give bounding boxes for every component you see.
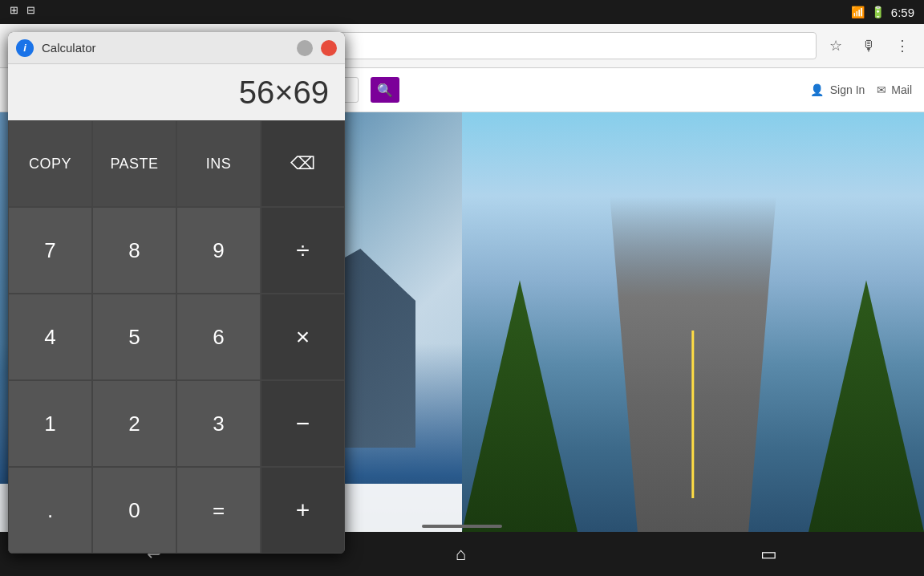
calculator-display: 56×69 bbox=[8, 64, 345, 120]
btn-8[interactable]: 8 bbox=[92, 207, 176, 294]
btn-equals[interactable]: = bbox=[176, 467, 261, 554]
status-bar: ⊞ ⊟ 📶 🔋 6:59 bbox=[0, 0, 924, 24]
calculator-titlebar: i Calculator bbox=[8, 32, 345, 64]
btn-1[interactable]: 1 bbox=[8, 380, 92, 467]
time-display: 6:59 bbox=[891, 6, 914, 19]
trees-left bbox=[462, 280, 578, 532]
calc-row-0: . 0 = + bbox=[8, 467, 345, 554]
btn-0[interactable]: 0 bbox=[92, 467, 176, 554]
mic-button[interactable]: 🎙 bbox=[855, 34, 882, 58]
home-nav-button[interactable]: ⌂ bbox=[440, 537, 482, 571]
calculator-buttons: COPY PASTE INS ⌫ 7 8 9 ÷ 4 5 6 × 1 2 3 − bbox=[8, 120, 345, 554]
btn-6[interactable]: 6 bbox=[176, 294, 261, 380]
btn-plus[interactable]: + bbox=[261, 467, 345, 554]
recent-apps-button[interactable]: ▭ bbox=[744, 537, 793, 571]
yahoo-mail[interactable]: ✉ Mail bbox=[877, 83, 912, 96]
ins-button[interactable]: INS bbox=[176, 120, 261, 207]
btn-5[interactable]: 5 bbox=[92, 294, 176, 380]
road-shape bbox=[601, 197, 785, 532]
btn-4[interactable]: 4 bbox=[8, 294, 92, 380]
road-line bbox=[691, 331, 694, 498]
yahoo-search-button[interactable]: 🔍 bbox=[371, 77, 399, 103]
paste-button[interactable]: PASTE bbox=[92, 120, 176, 207]
info-icon: i bbox=[16, 39, 34, 57]
close-button[interactable] bbox=[321, 40, 337, 56]
display-text: 56×69 bbox=[239, 75, 329, 111]
btn-7[interactable]: 7 bbox=[8, 207, 92, 294]
mail-label: Mail bbox=[891, 83, 912, 96]
btn-multiply[interactable]: × bbox=[261, 294, 345, 380]
wifi-icon: 📶 bbox=[851, 6, 865, 18]
btn-divide[interactable]: ÷ bbox=[261, 207, 345, 294]
apps-icon: ⊟ bbox=[26, 4, 35, 16]
btn-3[interactable]: 3 bbox=[176, 380, 261, 467]
minimize-button[interactable] bbox=[297, 40, 313, 56]
calculator-window: i Calculator 56×69 COPY PASTE INS ⌫ 7 8 … bbox=[8, 32, 345, 554]
yahoo-signin[interactable]: 👤 Sign In bbox=[810, 83, 865, 96]
btn-2[interactable]: 2 bbox=[92, 380, 176, 467]
mail-icon: ✉ bbox=[877, 83, 886, 96]
calculator-title: Calculator bbox=[42, 41, 289, 55]
home-indicator bbox=[422, 525, 502, 528]
landscape-image-right bbox=[462, 112, 924, 532]
btn-dot[interactable]: . bbox=[8, 467, 92, 554]
backspace-button[interactable]: ⌫ bbox=[261, 120, 345, 207]
copy-button[interactable]: COPY bbox=[8, 120, 92, 207]
grid-icon: ⊞ bbox=[10, 4, 18, 16]
user-icon: 👤 bbox=[810, 83, 824, 96]
bookmark-button[interactable]: ☆ bbox=[823, 34, 849, 58]
trees-right bbox=[808, 280, 924, 532]
btn-minus[interactable]: − bbox=[261, 380, 345, 467]
calc-row-functions: COPY PASTE INS ⌫ bbox=[8, 120, 345, 207]
top-icons: ⊞ ⊟ bbox=[10, 4, 35, 16]
calc-row-456: 4 5 6 × bbox=[8, 294, 345, 380]
menu-button[interactable]: ⋮ bbox=[889, 34, 916, 58]
battery-icon: 🔋 bbox=[871, 6, 885, 18]
signin-label: Sign In bbox=[830, 83, 865, 96]
calc-row-789: 7 8 9 ÷ bbox=[8, 207, 345, 294]
btn-9[interactable]: 9 bbox=[176, 207, 261, 294]
calc-row-123: 1 2 3 − bbox=[8, 380, 345, 467]
